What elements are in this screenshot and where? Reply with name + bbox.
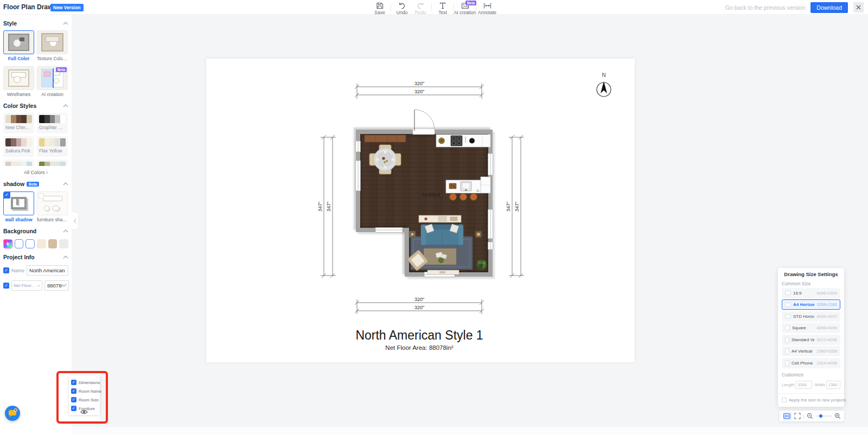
apply-size-checkbox[interactable] bbox=[782, 398, 787, 402]
background-swatch-white[interactable] bbox=[15, 239, 24, 248]
chevron-up-icon[interactable] bbox=[63, 104, 68, 107]
net-floor-select[interactable]: Net Floor Area bbox=[11, 280, 42, 291]
download-button[interactable]: Download bbox=[810, 2, 848, 13]
plan-subtitle: Net Floor Area: 88078in² bbox=[385, 344, 453, 351]
fit-width-button[interactable] bbox=[783, 412, 792, 420]
project-name-input[interactable] bbox=[27, 265, 68, 276]
background-swatch-white-2[interactable] bbox=[25, 239, 35, 248]
visibility-eye-button[interactable] bbox=[80, 407, 88, 417]
style-option-wireframes[interactable]: Wireframes bbox=[3, 66, 34, 97]
sidebar-collapse-handle[interactable] bbox=[72, 212, 79, 230]
visibility-option-dimensions[interactable]: ✓ Dimensions bbox=[71, 378, 98, 387]
area-value-box[interactable]: 88078 in² bbox=[44, 280, 69, 291]
custom-color-swatch[interactable] bbox=[3, 239, 12, 248]
side-table-right bbox=[475, 231, 482, 238]
style-option-full-color[interactable]: Full Color bbox=[3, 30, 34, 61]
ai-creation-button[interactable]: Beta AI creation bbox=[456, 1, 474, 15]
chevron-up-icon[interactable] bbox=[63, 182, 68, 185]
shadow-option-label: furniture shadow bbox=[37, 217, 68, 222]
style-section-title: Style bbox=[3, 20, 17, 27]
zoom-slider-thumb[interactable] bbox=[819, 414, 822, 418]
chevron-up-icon[interactable] bbox=[63, 255, 68, 259]
size-option-std-horizontal[interactable]: STD Horizontal 4096×3072 bbox=[782, 311, 840, 322]
visibility-option-room-size[interactable]: ✓ Room Size bbox=[71, 395, 98, 404]
coffee-table bbox=[424, 248, 456, 265]
floor-plan-drawing: 320" 320" 320" 320" 347" 347" 347" 347" … bbox=[206, 59, 635, 362]
wall-shadow-checkbox[interactable]: ✓ bbox=[3, 191, 10, 199]
redo-button[interactable]: Redo bbox=[411, 1, 430, 15]
net-floor-checkbox[interactable]: ✓ bbox=[3, 283, 9, 289]
panel-divider bbox=[778, 393, 844, 394]
size-option-cell-phone[interactable]: Cell Phone 2304×4096 bbox=[782, 358, 840, 368]
chevron-up-icon[interactable] bbox=[63, 229, 68, 233]
sofa bbox=[421, 224, 463, 245]
undo-button[interactable]: Undo bbox=[393, 1, 411, 15]
palette-sakura-pink[interactable]: Sakura Pink bbox=[3, 136, 34, 157]
landscape-page-icon bbox=[785, 303, 791, 307]
style-option-label: AI creation bbox=[37, 92, 68, 97]
zoom-out-button[interactable] bbox=[807, 413, 813, 419]
style-option-ai-creation[interactable]: Beta AI creation bbox=[37, 66, 68, 97]
text-icon bbox=[439, 2, 446, 9]
net-floor-row: ✓ Net Floor Area 88078 in² bbox=[3, 280, 68, 291]
furniture-checkbox[interactable]: ✓ bbox=[71, 406, 76, 411]
pot bbox=[469, 138, 475, 144]
fit-screen-button[interactable] bbox=[794, 413, 801, 419]
name-checkbox[interactable]: ✓ bbox=[3, 267, 9, 273]
wall-shadow-option[interactable]: ✓ wall shadow bbox=[3, 191, 34, 222]
palette-graphite-grey[interactable]: Graphite Grey bbox=[37, 113, 68, 133]
annotate-button[interactable]: Annotate bbox=[478, 1, 496, 15]
close-button[interactable] bbox=[853, 2, 864, 12]
annotate-label: Annotate bbox=[478, 10, 496, 15]
dim-right-2: 347" bbox=[514, 202, 520, 212]
go-back-link[interactable]: Go back to the previous version bbox=[725, 4, 806, 11]
text-label: Text bbox=[438, 10, 447, 15]
net-floor-select-label: Net Floor Area bbox=[14, 283, 36, 288]
length-input[interactable] bbox=[795, 381, 812, 389]
portrait-page-icon bbox=[785, 360, 789, 366]
palette-spring-green[interactable]: Spring Green bbox=[37, 159, 68, 166]
chevron-up-icon[interactable] bbox=[63, 22, 68, 25]
palette-flax-yellow[interactable]: Flax Yellow bbox=[37, 136, 68, 157]
size-option-standard-vertical[interactable]: Standard Vertical 3072×4096 bbox=[782, 335, 840, 345]
background-swatch-cream[interactable] bbox=[37, 239, 46, 248]
palette-fresh-macaron[interactable]: Fresh Macaron bbox=[3, 159, 34, 166]
text-button[interactable]: Text bbox=[433, 1, 452, 15]
furniture-shadow-option[interactable]: furniture shadow bbox=[37, 191, 68, 222]
palette-name: New Chinese ... bbox=[5, 125, 32, 130]
size-option-square[interactable]: Square 4096×4096 bbox=[782, 323, 840, 333]
all-colors-link[interactable]: All Colors › bbox=[3, 170, 68, 175]
furniture-shadow-checkbox[interactable] bbox=[39, 193, 44, 199]
landscape-page-icon bbox=[785, 314, 791, 318]
size-option-a4-horizontal[interactable]: A4 Horizontal 3358×2380 bbox=[782, 299, 840, 310]
dimensions-checkbox[interactable]: ✓ bbox=[71, 380, 76, 385]
wireframes-thumbnail bbox=[8, 69, 29, 87]
common-size-label: Common Size bbox=[782, 281, 840, 286]
chevron-left-icon bbox=[74, 219, 76, 223]
palette-new-chinese[interactable]: New Chinese ... bbox=[3, 113, 34, 133]
room-name-checkbox[interactable]: ✓ bbox=[71, 388, 76, 394]
drawing-page[interactable]: 320" 320" 320" 320" 347" 347" 347" 347" … bbox=[206, 59, 635, 362]
landscape-page-icon bbox=[785, 291, 791, 295]
visibility-option-room-name[interactable]: ✓ Room Name bbox=[71, 387, 98, 395]
background-swatch-grey[interactable] bbox=[59, 239, 68, 248]
size-option-16-9[interactable]: 16:9 4096×2304 bbox=[782, 288, 840, 298]
style-option-label: Wireframes bbox=[3, 92, 34, 97]
header: Floor Plan Drawings New Version Save Und… bbox=[0, 0, 868, 15]
size-option-a4-vertical[interactable]: A4 Vertical 2380×3358 bbox=[782, 346, 840, 356]
palette-name: Flax Yellow bbox=[39, 148, 66, 153]
area-unit: in² bbox=[61, 283, 66, 288]
zoom-slider[interactable] bbox=[816, 415, 832, 417]
style-option-texture-color-map[interactable]: Texture Color Map bbox=[37, 30, 68, 61]
width-input[interactable] bbox=[826, 381, 840, 389]
compass-north-label: N bbox=[602, 72, 605, 78]
help-chat-button[interactable] bbox=[5, 406, 20, 421]
shadow-section-title: shadow bbox=[3, 181, 24, 187]
link-icon[interactable] bbox=[813, 382, 814, 387]
project-info-title: Project Info bbox=[3, 254, 35, 260]
background-swatch-tan[interactable] bbox=[48, 239, 58, 248]
kitchen-counter bbox=[436, 135, 490, 147]
room-size-checkbox[interactable]: ✓ bbox=[71, 397, 76, 402]
save-button[interactable]: Save bbox=[371, 1, 389, 15]
zoom-in-button[interactable] bbox=[834, 413, 841, 419]
